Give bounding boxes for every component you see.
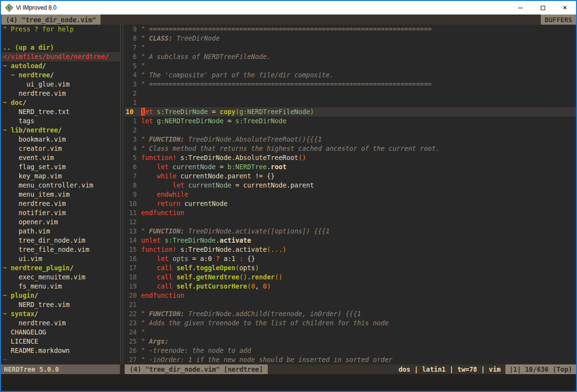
code-line[interactable]: 10 return currentNode <box>125 199 576 208</box>
tree-item[interactable]: path.vim <box>3 227 120 236</box>
tree-item[interactable]: event.vim <box>3 153 120 162</box>
tab-tree-dir-node[interactable]: (4) "tree_dir_node.vim" <box>1 15 101 25</box>
tree-item[interactable]: menu_controller.vim <box>3 181 120 190</box>
code-line[interactable]: 8 let currentNode = currentNode.parent <box>125 181 576 190</box>
token: currentNode.parent <box>243 181 314 189</box>
command-line[interactable] <box>1 374 576 391</box>
tree-item[interactable]: ~ plugin/ <box>3 291 120 300</box>
code-line[interactable]: 19 call self.putCursorHere(0, 0) <box>125 282 576 291</box>
tree-item[interactable]: menu_item.vim <box>3 190 120 199</box>
code-line[interactable]: 3" =====================================… <box>125 80 576 89</box>
tree-item[interactable]: flag_set.vim <box>3 162 120 172</box>
code-line[interactable]: 25" Args: <box>125 337 576 346</box>
tree-item[interactable]: bookmark.vim <box>3 135 120 144</box>
code-line[interactable]: 1let g:NERDTreeDirNode = s:TreeDirNode <box>125 116 576 126</box>
token <box>141 264 157 272</box>
tree-item[interactable]: ui_glue.vim <box>3 80 120 89</box>
code-line[interactable]: 6" A subclass of NERDTreeFileNode. <box>125 52 576 61</box>
code-line[interactable]: 3" FUNCTION: TreeDirNode.AbsoluteTreeRoo… <box>125 135 576 144</box>
code-line[interactable]: 18 call self.getNerdtree().render() <box>125 273 576 282</box>
tree-item[interactable]: fs_menu.vim <box>3 282 120 291</box>
tree-item[interactable]: tree_dir_node.vim <box>3 236 120 245</box>
token: function! <box>141 246 176 253</box>
tree-item[interactable]: key_map.vim <box>3 172 120 181</box>
tree-item[interactable]: nerdtree.vim <box>3 199 120 208</box>
code-line[interactable]: 12 <box>125 218 576 227</box>
token: / <box>23 126 27 134</box>
tree-item[interactable]: creator.vim <box>3 144 120 153</box>
code-line[interactable]: 2 <box>125 126 576 135</box>
minimize-button[interactable] <box>509 1 532 15</box>
window-separator[interactable] <box>120 25 125 364</box>
maximize-button[interactable] <box>532 1 554 15</box>
tree-item[interactable]: tags <box>3 116 120 126</box>
token: nerdtree.vim <box>3 89 66 97</box>
tree-item[interactable]: ~ doc/ <box>3 98 120 107</box>
code-line[interactable]: 17 call self.toggleOpen(opts) <box>125 263 576 273</box>
tree-item[interactable]: LICENCE <box>3 337 120 346</box>
tree-item[interactable]: ~ syntax/ <box>3 309 120 319</box>
tree-item[interactable]: opener.vim <box>3 218 120 227</box>
code-line[interactable]: 4" The 'composite' part of the file/dir … <box>125 71 576 80</box>
code-line[interactable]: 14unlet s:TreeDirNode.activate <box>125 236 576 245</box>
code-line[interactable]: 2 <box>125 89 576 98</box>
close-button[interactable]: ✕ <box>554 1 576 15</box>
tree-item[interactable]: ~ nerdtree_plugin/ <box>3 263 120 273</box>
code-line[interactable]: 5function! s:TreeDirNode.AbsoluteTreeRoo… <box>125 153 576 162</box>
token <box>141 172 157 180</box>
line-number: 27 <box>125 355 141 364</box>
tree-item[interactable]: CHANGELOG <box>3 328 120 337</box>
token: self.toggleOpen <box>176 264 235 272</box>
vim-icon: V <box>5 4 13 12</box>
tree-item[interactable]: .. (up a dir) <box>3 43 120 52</box>
code-line[interactable]: 1 <box>125 98 576 107</box>
tree-item[interactable]: ~ <box>3 355 120 364</box>
code-line[interactable]: 7" <box>125 43 576 52</box>
tree-item[interactable]: NERD_tree.vim <box>3 300 120 309</box>
tree-item[interactable] <box>3 34 120 43</box>
code-line[interactable]: 16 let opts = a:0 ? a:1 : {} <box>125 254 576 263</box>
code-line[interactable]: 22" FUNCTION: TreeDirNode.addChild(treen… <box>125 309 576 319</box>
tree-item[interactable]: ~ nerdtree/ <box>3 71 120 80</box>
token: syntax <box>11 310 34 318</box>
tree-item[interactable]: README.markdown <box>3 346 120 355</box>
code-line[interactable]: 27" -inOrder: 1 if the new node should b… <box>125 355 576 364</box>
tree-item[interactable]: ui.vim <box>3 254 120 263</box>
code-line[interactable]: 24" <box>125 328 576 337</box>
code-line[interactable]: 8" CLASS: TreeDirNode <box>125 34 576 43</box>
close-icon: ✕ <box>563 5 567 11</box>
tree-item[interactable]: notifier.vim <box>3 208 120 218</box>
buffers-label[interactable]: BUFFERS <box>541 15 576 25</box>
code-line[interactable]: 15function! s:TreeDirNode.activate(...) <box>125 245 576 254</box>
code-line[interactable]: 4" Class method that returns the highest… <box>125 144 576 153</box>
tree-item[interactable]: exec_menuitem.vim <box>3 273 120 282</box>
code-line[interactable]: 6 let currentNode = b:NERDTree.root <box>125 162 576 172</box>
code-line[interactable]: 11endfunction <box>125 208 576 218</box>
code-line[interactable]: 26" -treenode: the node to add <box>125 346 576 355</box>
tree-item[interactable]: nerdtree.vim <box>3 89 120 98</box>
code-line[interactable]: 9" =====================================… <box>125 25 576 34</box>
token <box>141 181 173 189</box>
line-number: 17 <box>125 263 141 273</box>
code-line[interactable]: 20endfunction <box>125 291 576 300</box>
token: LICENCE <box>3 337 38 345</box>
code-line[interactable]: 7 while currentNode.parent != {} <box>125 172 576 181</box>
token <box>153 117 157 125</box>
code-line[interactable]: 21 <box>125 300 576 309</box>
tree-item[interactable]: NERD_tree.txt <box>3 107 120 116</box>
tree-item[interactable]: ~ autoload/ <box>3 61 120 71</box>
tree-item[interactable]: " Press ? for help <box>3 25 120 34</box>
tree-item[interactable]: tree_file_node.vim <box>3 245 120 254</box>
tree-item[interactable]: ~ lib/nerdtree/ <box>3 126 120 135</box>
code-line[interactable]: 10let s:TreeDirNode = copy(g:NERDTreeFil… <box>125 107 576 116</box>
token: autoload <box>11 62 42 70</box>
code-line[interactable]: 9 endwhile <box>125 190 576 199</box>
editor-content: " Press ? for help.. (up a dir)</vimfile… <box>1 25 576 364</box>
code-line[interactable]: 23" Adds the given treenode to the list … <box>125 319 576 328</box>
code-line[interactable]: 13" FUNCTION: TreeDirNode.activate([opti… <box>125 227 576 236</box>
token: / <box>34 291 38 299</box>
code-line[interactable]: 5" <box>125 61 576 71</box>
line-text: function! s:TreeDirNode.activate(...) <box>141 245 287 254</box>
tree-item[interactable]: nerdtree.vim <box>3 319 120 328</box>
tree-item[interactable]: </vimfiles/bundle/nerdtree/ <box>1 52 120 61</box>
